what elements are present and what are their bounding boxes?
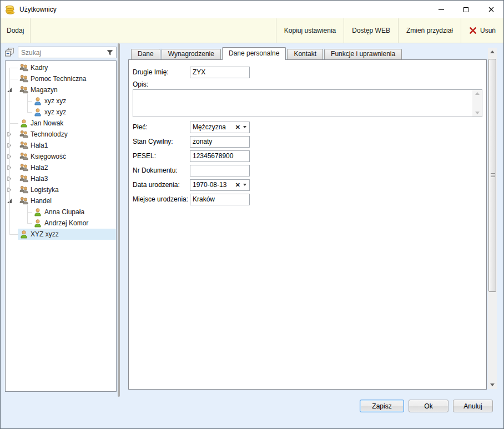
description-label: Opis: bbox=[133, 80, 148, 88]
add-button[interactable]: Dodaj bbox=[1, 18, 31, 43]
tree-item-label: Pomoc Techniczna bbox=[31, 75, 87, 83]
tree-item-label: xyz xyz bbox=[44, 97, 66, 105]
search-input[interactable] bbox=[18, 49, 107, 57]
tree-item-hala3[interactable]: Hala3 bbox=[6, 173, 116, 184]
second-name-label: Drugie Imię: bbox=[133, 68, 190, 76]
tree-connector-line bbox=[27, 212, 32, 213]
gender-clear-button[interactable]: ✕ bbox=[235, 124, 240, 130]
tree-item-technolodzy[interactable]: Technolodzy bbox=[6, 129, 116, 140]
tree-trunk-line bbox=[27, 94, 28, 112]
tree-item-andrzej-komor[interactable]: Andrzej Komor bbox=[6, 218, 116, 229]
tree-item-jan-nowak[interactable]: Jan Nowak bbox=[6, 118, 116, 129]
gender-label: Płeć: bbox=[133, 123, 190, 131]
textarea-scroll-up-icon[interactable] bbox=[475, 92, 480, 95]
textarea-scrollbar[interactable] bbox=[472, 90, 482, 117]
scrollbar-down-button[interactable] bbox=[488, 381, 497, 389]
tab-dane-personalne[interactable]: Dane personalne bbox=[222, 47, 286, 60]
birth-date-combo[interactable]: 1970-08-13✕ bbox=[190, 179, 250, 191]
tree-item-kadry[interactable]: Kadry bbox=[6, 62, 116, 73]
tree-item-xyz-xyzz[interactable]: XYZ xyzz bbox=[6, 229, 116, 240]
marital-status-label: Stan Cywilny: bbox=[133, 138, 190, 145]
tree-item-xyz-xyz[interactable]: xyz xyz bbox=[6, 107, 116, 118]
collapse-all-icon[interactable] bbox=[4, 47, 14, 57]
textarea-scroll-down-icon[interactable] bbox=[475, 112, 480, 114]
toolbar: Dodaj Kopiuj ustawieniaDostęp WEBZmień p… bbox=[1, 18, 503, 43]
window-controls bbox=[429, 1, 503, 18]
coins-app-icon bbox=[5, 4, 15, 14]
tree-item-label: Jan Nowak bbox=[31, 119, 63, 127]
tree-item-pomoc-techniczna[interactable]: Pomoc Techniczna bbox=[6, 73, 116, 84]
tree-item-xyz-xyz[interactable]: xyz xyz bbox=[6, 95, 116, 107]
cancel-button[interactable]: Anuluj bbox=[453, 400, 493, 412]
scrollbar-thumb[interactable] bbox=[488, 59, 496, 292]
tree-item-hala1[interactable]: Hala1 bbox=[6, 140, 116, 151]
gender-combo[interactable]: Mężczyzna✕ bbox=[190, 122, 250, 133]
change-assignment-button[interactable]: Zmień przydział bbox=[398, 18, 461, 43]
user-blue-icon bbox=[33, 108, 42, 117]
marital-status-field[interactable] bbox=[190, 136, 250, 148]
filter-icon[interactable] bbox=[107, 49, 113, 56]
user-green-icon bbox=[19, 119, 28, 128]
window-title: Użytkownicy bbox=[19, 6, 57, 13]
birth-place-field[interactable] bbox=[190, 194, 250, 205]
ok-button[interactable]: Ok bbox=[409, 400, 448, 412]
users-group-icon bbox=[19, 141, 28, 150]
tree-item-anna-ciupała[interactable]: Anna Ciupała bbox=[6, 206, 116, 218]
tab-kontakt[interactable]: Kontakt bbox=[287, 49, 323, 59]
close-button[interactable] bbox=[478, 1, 503, 18]
tab-funkcje-i-uprawnienia[interactable]: Funkcje i uprawnienia bbox=[324, 49, 402, 59]
users-group-icon bbox=[19, 63, 28, 72]
gender-dropdown-icon[interactable] bbox=[243, 126, 246, 128]
field-label-row: Opis: bbox=[133, 79, 482, 89]
tree-item-label: Anna Ciupała bbox=[44, 208, 84, 216]
second-name-field[interactable] bbox=[190, 67, 250, 78]
scrollbar-up-button[interactable] bbox=[488, 48, 497, 56]
copy-settings-button[interactable]: Kopiuj ustawienia bbox=[276, 18, 344, 43]
tab-content-panel: Drugie Imię:Opis:Płeć:Mężczyzna✕Stan Cyw… bbox=[128, 59, 487, 390]
tree-item-hala2[interactable]: Hala2 bbox=[6, 162, 116, 173]
tree-connector-line bbox=[27, 112, 32, 113]
tree-item-label: Hala2 bbox=[31, 164, 48, 171]
save-button[interactable]: Zapisz bbox=[360, 400, 404, 412]
tree-item-label: XYZ xyzz bbox=[31, 230, 59, 238]
tree-connector-line bbox=[9, 123, 18, 124]
delete-button[interactable]: Usuń bbox=[461, 18, 503, 43]
tab-dane[interactable]: Dane bbox=[131, 49, 160, 59]
tree-item-handel[interactable]: Handel bbox=[6, 195, 116, 206]
form-row: Stan Cywilny: bbox=[133, 134, 482, 149]
tree-item-magazyn[interactable]: Magazyn bbox=[6, 84, 116, 95]
minimize-button[interactable] bbox=[429, 1, 453, 18]
web-access-button[interactable]: Dostęp WEB bbox=[344, 18, 398, 43]
pesel-field[interactable] bbox=[190, 150, 250, 162]
app-window: Użytkownicy Dodaj Kopiuj ustawieniaDostę… bbox=[0, 0, 504, 429]
tree-connector-line bbox=[9, 68, 18, 68]
tree-trunk-line bbox=[9, 68, 10, 234]
tree-item-label: Handel bbox=[31, 197, 52, 205]
tree-item-label: Księgowość bbox=[31, 153, 66, 160]
document-number-label: Nr Dokumentu: bbox=[133, 166, 190, 174]
users-group-icon bbox=[19, 163, 28, 172]
tree-connector-line bbox=[9, 79, 18, 79]
tab-wynagrodzenie[interactable]: Wynagrodzenie bbox=[162, 49, 221, 59]
tree-item-księgowość[interactable]: Księgowość bbox=[6, 151, 116, 162]
description-textarea[interactable] bbox=[133, 89, 482, 117]
user-tree-panel: Kadry Pomoc Techniczna Magazynxyz xyzxyz… bbox=[5, 60, 117, 392]
users-group-icon bbox=[19, 152, 28, 161]
birth-place-label: Miejsce urodzenia: bbox=[133, 195, 190, 203]
tree-item-logistyka[interactable]: Logistyka bbox=[6, 184, 116, 195]
pane-splitter[interactable] bbox=[118, 43, 120, 397]
tree-item-label: Magazyn bbox=[31, 86, 58, 94]
users-group-icon bbox=[19, 196, 28, 205]
delete-button-label: Usuń bbox=[480, 27, 496, 34]
minimize-icon bbox=[439, 9, 444, 10]
user-tree: Kadry Pomoc Techniczna Magazynxyz xyzxyz… bbox=[6, 61, 116, 240]
tree-item-label: Hala1 bbox=[31, 142, 48, 149]
users-group-icon bbox=[19, 85, 28, 94]
birth-date-dropdown-icon[interactable] bbox=[243, 184, 246, 186]
document-number-field[interactable] bbox=[190, 165, 250, 176]
form-row: Drugie Imię: bbox=[133, 65, 482, 79]
content-scrollbar[interactable] bbox=[488, 48, 497, 389]
maximize-button[interactable] bbox=[453, 1, 478, 18]
gender-value: Mężczyzna bbox=[190, 123, 235, 131]
birth-date-clear-button[interactable]: ✕ bbox=[235, 182, 240, 188]
